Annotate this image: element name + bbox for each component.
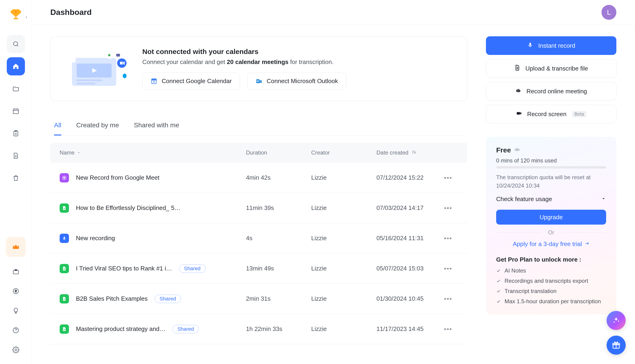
table-row[interactable]: Mastering product strategy and…Shared1h … <box>50 314 467 344</box>
record-screen-button[interactable]: Record screen Beta <box>486 105 616 123</box>
ai-assistant-fab[interactable] <box>606 311 626 330</box>
nav-calendar[interactable] <box>7 102 25 120</box>
banner-illustration <box>63 48 128 90</box>
expand-sidebar-icon[interactable] <box>24 14 29 20</box>
table-row[interactable]: I Tried Viral SEO tips to Rank #1 i…Shar… <box>50 254 467 284</box>
recording-creator: Lizzie <box>311 325 377 332</box>
nav-settings[interactable] <box>7 341 25 359</box>
mic-icon <box>527 42 533 50</box>
row-more-icon[interactable]: ••• <box>444 295 452 302</box>
nav-tips[interactable] <box>7 302 25 320</box>
banner-text: Not connected with your calendars Connec… <box>142 48 454 90</box>
row-more-icon[interactable]: ••• <box>444 265 452 272</box>
table-row[interactable]: New Record from Google Meet4min 42sLizzi… <box>50 163 467 193</box>
connect-google-calendar-button[interactable]: 31 Connect Google Calendar <box>142 72 240 90</box>
bottom-nav-group <box>0 237 32 359</box>
recording-date: 07/12/2024 15:22 <box>377 174 444 181</box>
recording-date: 11/17/2023 14:45 <box>377 325 444 332</box>
th-date[interactable]: Date created <box>377 150 444 156</box>
button-label: Record online meeting <box>526 88 587 95</box>
instant-record-button[interactable]: Instant record <box>486 36 616 55</box>
sort-icon <box>412 150 416 156</box>
avatar[interactable]: L <box>601 5 616 20</box>
shared-badge: Shared <box>155 295 181 303</box>
pro-feature-list: AI NotesRecordings and transcripts expor… <box>496 268 606 305</box>
upgrade-button[interactable]: Upgrade <box>496 210 606 224</box>
feature-usage-toggle[interactable]: Check feature usage <box>496 196 606 203</box>
th-date-label: Date created <box>377 150 408 156</box>
banner-sub-pre: Connect your calendar and get <box>142 58 227 66</box>
button-label: Instant record <box>538 42 575 49</box>
tab-shared-with-me[interactable]: Shared with me <box>134 117 179 136</box>
beta-badge: Beta <box>572 111 586 117</box>
nav-billing[interactable] <box>7 282 25 300</box>
free-trial-link[interactable]: Apply for a 3-day free trial <box>496 240 606 248</box>
th-name-label: Name <box>60 150 75 156</box>
nav-briefcase[interactable] <box>7 262 25 281</box>
tab-created-by-me[interactable]: Created by me <box>76 117 119 136</box>
nav-trash[interactable] <box>7 169 25 187</box>
svg-rect-33 <box>517 112 520 114</box>
pro-feature-item: Recordings and transcripts export <box>496 278 606 285</box>
pro-feature-text: Max 1.5-hour duration per transcription <box>505 298 601 305</box>
document-icon <box>60 324 69 334</box>
svg-rect-29 <box>529 42 531 46</box>
button-label: Record screen <box>527 110 566 118</box>
sidebar <box>0 0 32 364</box>
right-column: Instant record Upload & transcribe file … <box>486 36 616 364</box>
svg-text:31: 31 <box>153 80 155 83</box>
recording-name: Mastering product strategy and… <box>76 325 165 332</box>
row-more-icon[interactable]: ••• <box>444 204 452 212</box>
row-more-icon[interactable]: ••• <box>444 174 452 181</box>
svg-point-32 <box>519 90 519 91</box>
nav-group <box>0 35 32 187</box>
svg-point-31 <box>517 90 518 91</box>
rewards-fab[interactable] <box>606 336 626 355</box>
recording-date: 01/30/2024 10:45 <box>377 295 444 302</box>
connect-outlook-button[interactable]: Connect Microsoft Outlook <box>247 72 346 90</box>
upload-transcribe-button[interactable]: Upload & transcribe file <box>486 59 616 78</box>
calendar-connect-banner: Not connected with your calendars Connec… <box>50 36 467 101</box>
table-row[interactable]: How to Be Effortlessly Disciplined_ 5…11… <box>50 193 467 223</box>
recording-date: 07/03/2024 14:17 <box>377 204 444 212</box>
svg-point-1 <box>14 42 18 46</box>
shared-badge: Shared <box>172 325 199 333</box>
plan-name: Free <box>496 146 606 154</box>
nav-upgrade-crown[interactable] <box>6 237 26 257</box>
svg-rect-2 <box>13 109 19 114</box>
nav-home[interactable] <box>7 57 25 76</box>
nav-help[interactable] <box>7 321 25 339</box>
row-more-icon[interactable]: ••• <box>444 325 452 332</box>
nav-search[interactable] <box>7 35 25 53</box>
plan-card: Free 0 mins of 120 mins used The transcr… <box>486 137 616 314</box>
or-separator: Or <box>496 229 606 236</box>
outlook-icon <box>255 78 262 85</box>
recordings-tabs: All Created by me Shared with me <box>50 117 467 136</box>
main: Not connected with your calendars Connec… <box>32 25 635 364</box>
svg-point-8 <box>15 349 17 351</box>
trophy-icon <box>9 8 23 22</box>
nav-clipboard[interactable] <box>7 124 25 142</box>
document-icon <box>60 264 69 273</box>
table-row[interactable]: B2B Sales Pitch ExamplesShared2min 31sLi… <box>50 284 467 314</box>
button-label: Connect Microsoft Outlook <box>267 78 338 85</box>
svg-rect-14 <box>68 55 76 62</box>
recording-name: New Record from Google Meet <box>76 174 159 181</box>
row-more-icon[interactable]: ••• <box>444 234 452 242</box>
record-online-meeting-button[interactable]: Record online meeting <box>486 82 616 100</box>
recording-duration: 4min 42s <box>246 174 311 181</box>
usage-progress <box>496 166 606 168</box>
svg-rect-12 <box>77 79 102 81</box>
th-name[interactable]: Name <box>60 150 246 156</box>
floating-buttons <box>606 311 626 355</box>
plan-name-label: Free <box>496 146 511 154</box>
table-body: New Record from Google Meet4min 42sLizzi… <box>50 163 467 344</box>
nav-file[interactable] <box>7 146 25 165</box>
trial-label: Apply for a 3-day free trial <box>513 240 582 248</box>
table-row[interactable]: New recording4sLizzie05/16/2024 11:31••• <box>50 223 467 254</box>
check-icon <box>496 288 501 295</box>
nav-folder[interactable] <box>7 80 25 98</box>
pro-plan-title: Get Pro Plan to unlock more : <box>496 256 606 263</box>
google-meet-icon <box>60 173 69 182</box>
tab-all[interactable]: All <box>54 117 61 136</box>
